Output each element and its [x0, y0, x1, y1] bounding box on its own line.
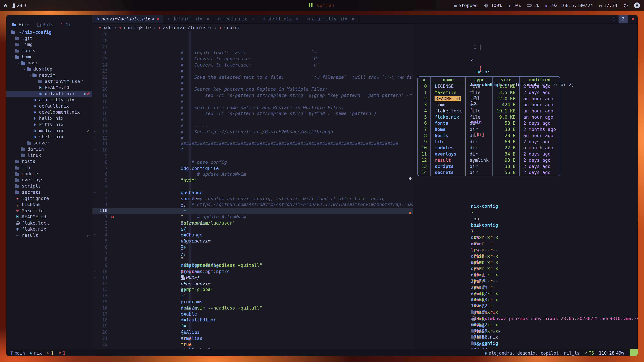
close-buffer-icon[interactable]: × [251, 16, 254, 22]
fold-icon[interactable] [92, 56, 97, 62]
tree-item[interactable]: ↪ result ○ [6, 232, 92, 239]
editor-pane[interactable]: ◈ xdg › ◈ configFile › ◈ astronvim/lua/u… [92, 24, 413, 349]
code-line[interactable]: 4 # https://github.com/AstroNvim/AstroNv… [92, 184, 413, 190]
tree-item[interactable]: linux [6, 152, 92, 159]
fold-icon[interactable] [92, 318, 97, 324]
brightness-widget[interactable]: ◑ 10% [508, 3, 521, 8]
code-line[interactable]: 2 }; [92, 220, 413, 226]
fold-icon[interactable] [92, 220, 97, 226]
nixos-logo-icon[interactable]: ❆ [4, 2, 7, 8]
code-line[interactable]: ▾ 4 nixpkgs.config [92, 232, 413, 239]
code-line[interactable]: 26 # [92, 50, 413, 56]
tree-item[interactable]: M README.md [6, 84, 92, 91]
buffer-tab[interactable]: ❄ neovim/default.nix ● × [92, 15, 164, 23]
code-line[interactable]: 20 # Search file name pattern and Replac… [92, 87, 413, 93]
fold-icon[interactable] [92, 245, 97, 251]
code-line[interactable]: 16 # See https://astronvim.com/Basic%20U… [92, 111, 413, 117]
tree-item[interactable]: modules [6, 171, 92, 177]
tree-item[interactable]: ❄ flake.nix [6, 226, 92, 232]
code-line[interactable]: ▾ 11 neovim [92, 275, 413, 281]
fold-icon[interactable] [92, 214, 97, 220]
code-line[interactable]: 9 # update AstroNvim [92, 153, 413, 160]
tree-item[interactable]: ❄ shell.nix [6, 134, 92, 140]
fold-icon[interactable]: ▾ [92, 190, 97, 196]
code-line[interactable]: 8 }; [92, 257, 413, 263]
code-line[interactable]: 18 withPython3 [92, 318, 413, 324]
expander-icon[interactable]: ▾ [23, 67, 26, 71]
network-widget[interactable]: ⇅ 192.168.5.100/24 [545, 3, 593, 8]
code-line[interactable]: 13 defaultEditor [92, 287, 413, 293]
tree-item[interactable]: ❄ development.nix [6, 109, 92, 115]
buffer-tab[interactable]: ❄ media.nix × [214, 15, 258, 23]
fold-icon[interactable] [92, 208, 97, 214]
code-line[interactable]: 27 # Convert to lowercase: `u` [92, 44, 413, 50]
fold-icon[interactable] [92, 111, 97, 117]
pause-icon[interactable] [309, 3, 312, 7]
tree-item[interactable]: M README.md [6, 214, 92, 220]
fold-icon[interactable] [92, 99, 97, 105]
tree-item[interactable]: lib [6, 165, 92, 171]
code-line[interactable]: 25 # Save the selected text to a file: `… [92, 56, 413, 62]
code-line[interactable]: 1 ⊗ }; [92, 214, 413, 220]
fold-icon[interactable]: ▾ [92, 269, 97, 275]
breadcrumb-item[interactable]: source [224, 25, 240, 30]
git-branch-segment[interactable]: ᛘ main [10, 350, 25, 355]
fold-icon[interactable] [92, 153, 97, 160]
code-line[interactable]: 19 withNodeJs [92, 324, 413, 330]
tree-item[interactable]: ▾ base [6, 60, 92, 66]
code-line[interactable]: 12 enable [92, 281, 413, 287]
breadcrumb-item[interactable]: astronvim/lua/user [163, 25, 212, 30]
power-button[interactable] [624, 3, 628, 7]
code-line[interactable]: 1 onChange [92, 202, 413, 208]
battery-widget[interactable]: 1% [527, 3, 539, 8]
tree-item[interactable]: flake.lock [6, 220, 92, 226]
tree-item[interactable]: scripts [6, 183, 92, 189]
code-line[interactable]: 14 [92, 293, 413, 299]
tree-item[interactable]: darwin [6, 146, 92, 152]
expander-icon[interactable]: ▾ [17, 61, 20, 65]
fold-icon[interactable] [92, 263, 97, 269]
code-line[interactable]: 22 # currently we use lazy.nvim as neovi… [92, 342, 413, 348]
tree-item[interactable]: _img [6, 41, 92, 48]
fold-icon[interactable] [92, 32, 97, 38]
code-line[interactable]: 22 # sed -ri "s/pattern_str/replace_str/… [92, 75, 413, 81]
code-line[interactable]: 23 # Search key pattern and Replace in M… [92, 68, 413, 74]
close-buffer-icon[interactable]: × [352, 16, 354, 22]
tree-item[interactable]: hosts [6, 158, 92, 165]
fold-icon[interactable] [92, 202, 97, 208]
tree-item[interactable]: astronvim_user [6, 78, 92, 85]
tree-item[interactable]: § LICENSE [6, 201, 92, 208]
tree-item[interactable]: .git [6, 35, 92, 41]
fold-icon[interactable]: ▾ [92, 275, 97, 281]
tree-item[interactable]: ❄ default.nix [6, 103, 92, 109]
fold-icon[interactable]: ▾ [92, 135, 97, 141]
tree-item[interactable]: ▾ home [6, 54, 92, 60]
error-count-segment[interactable]: ⊗ 1 [58, 350, 66, 355]
fold-icon[interactable] [92, 196, 97, 202]
buffer-tab[interactable]: ❄ alacritty.nix × [303, 15, 359, 23]
scrollbar-handle[interactable] [409, 177, 412, 180]
fold-icon[interactable] [92, 287, 97, 293]
fold-icon[interactable] [92, 38, 97, 44]
fold-icon[interactable] [92, 226, 97, 232]
code-line[interactable]: 110 source [92, 208, 413, 214]
recorder-widget[interactable]: ■ Stopped [454, 3, 478, 8]
tree-item[interactable]: secrets [6, 189, 92, 195]
media-player-widget[interactable]: spiral [309, 3, 335, 8]
code-line[interactable]: 17 # ...... [92, 105, 413, 111]
code-line[interactable]: 29 # Toggle text's case: `~` [92, 32, 413, 38]
tab-git[interactable]: ᛘ Git [61, 22, 74, 27]
fold-icon[interactable] [92, 251, 97, 257]
code-line[interactable]: 9 [92, 263, 413, 269]
fold-icon[interactable] [92, 172, 97, 178]
tree-item[interactable]: ❄ media.nix ⚠ [6, 128, 92, 134]
fold-icon[interactable] [92, 123, 97, 129]
code-line[interactable]: 24 # [92, 62, 413, 68]
buffer-tab[interactable]: ❄ default.nix × [164, 15, 214, 23]
code-line[interactable]: 2 # update AstroNvim [92, 196, 413, 202]
tabpage-number[interactable]: 2 [618, 15, 628, 23]
terminal-pane[interactable]: 1 │ a · ┬ [413, 24, 638, 349]
fold-icon[interactable] [92, 87, 97, 93]
close-buffer-icon[interactable]: × [296, 16, 298, 22]
tabpage-number[interactable]: 1 [609, 15, 618, 23]
